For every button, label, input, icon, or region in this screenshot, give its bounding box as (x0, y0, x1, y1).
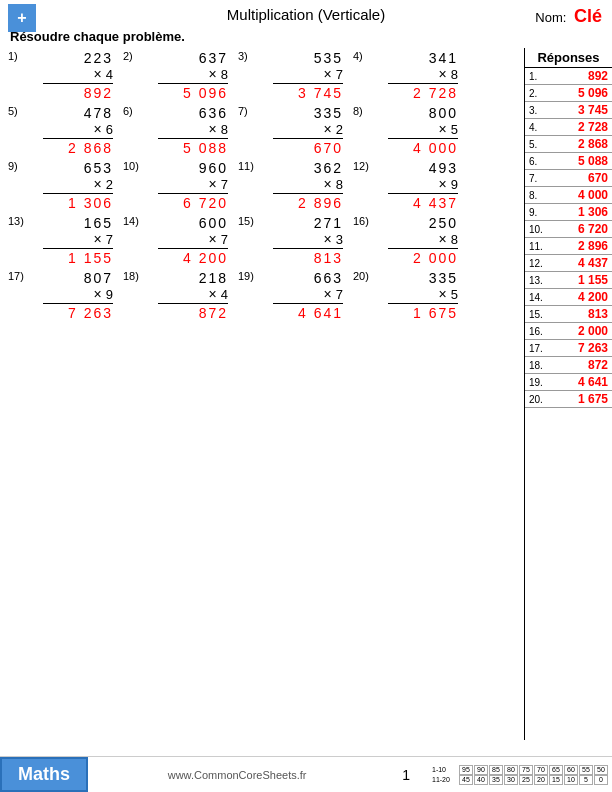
problem-answer: 2 896 (298, 195, 343, 211)
answer-value: 5 096 (578, 86, 608, 100)
answer-value: 4 200 (578, 290, 608, 304)
mult-sign: × (324, 286, 332, 302)
answer-value: 2 000 (578, 324, 608, 338)
mult-sign: × (324, 176, 332, 192)
problem-number: 6) (123, 105, 133, 117)
problem-item: 12)493×94 437 (353, 160, 468, 211)
answer-item: 17.7 263 (525, 340, 612, 357)
score-cell: 45 (459, 775, 473, 785)
mult-sign: × (94, 286, 102, 302)
problem-number: 14) (123, 215, 139, 227)
problem-multiplier: 3 (336, 232, 343, 247)
answer-item: 2.5 096 (525, 85, 612, 102)
problem-answer: 2 728 (413, 85, 458, 101)
problem-answer: 872 (199, 305, 228, 321)
problem-answer: 892 (84, 85, 113, 101)
answer-value: 4 437 (578, 256, 608, 270)
problem-item: 14)600×74 200 (123, 215, 238, 266)
problem-answer: 7 263 (68, 305, 113, 321)
problem-top: 250 (429, 215, 458, 231)
problem-top: 535 (314, 50, 343, 66)
problem-multiplier: 7 (106, 232, 113, 247)
main-content: 1)223×48922)637×85 0963)535×73 7454)341×… (0, 48, 612, 740)
problem-answer: 813 (314, 250, 343, 266)
problem-multiplier: 8 (451, 67, 458, 82)
problem-item: 2)637×85 096 (123, 50, 238, 101)
scoring-row: 1-1095908580757065605550 (430, 765, 608, 775)
mult-sign: × (439, 286, 447, 302)
footer: Maths www.CommonCoreSheets.fr 1 1-109590… (0, 756, 612, 792)
problem-mult-row: ×7 (238, 286, 343, 302)
answer-item: 5.2 868 (525, 136, 612, 153)
problem-top: 165 (84, 215, 113, 231)
answer-value: 2 896 (578, 239, 608, 253)
problem-row-4: 13)165×71 15514)600×74 20015)271×381316)… (8, 215, 520, 266)
answer-value: 7 263 (578, 341, 608, 355)
score-cell: 30 (504, 775, 518, 785)
problem-item: 10)960×76 720 (123, 160, 238, 211)
problem-item: 1)223×4892 (8, 50, 123, 101)
score-cell: 65 (549, 765, 563, 775)
answer-item: 16.2 000 (525, 323, 612, 340)
answer-num: 13. (529, 275, 545, 286)
problem-top: 636 (199, 105, 228, 121)
problem-mult-row: ×2 (8, 176, 113, 192)
problem-line (273, 193, 343, 194)
problem-answer: 6 720 (183, 195, 228, 211)
problem-line (158, 303, 228, 304)
answer-item: 18.872 (525, 357, 612, 374)
problem-multiplier: 8 (336, 177, 343, 192)
answer-value: 5 088 (578, 154, 608, 168)
problem-item: 7)335×2670 (238, 105, 353, 156)
mult-sign: × (324, 121, 332, 137)
problem-multiplier: 7 (221, 177, 228, 192)
nom-area: Nom: Clé (535, 6, 602, 27)
problem-mult-row: ×8 (353, 66, 458, 82)
answer-item: 10.6 720 (525, 221, 612, 238)
answer-item: 8.4 000 (525, 187, 612, 204)
answer-value: 1 675 (578, 392, 608, 406)
mult-sign: × (439, 66, 447, 82)
problem-mult-row: ×9 (353, 176, 458, 192)
answer-item: 1.892 (525, 68, 612, 85)
problem-multiplier: 6 (106, 122, 113, 137)
problem-mult-row: ×5 (353, 121, 458, 137)
problem-answer: 2 868 (68, 140, 113, 156)
problem-multiplier: 8 (221, 67, 228, 82)
answer-item: 20.1 675 (525, 391, 612, 408)
problem-number: 9) (8, 160, 18, 172)
problem-answer: 1 306 (68, 195, 113, 211)
answer-value: 3 745 (578, 103, 608, 117)
problem-row-2: 5)478×62 8686)636×85 0887)335×26708)800×… (8, 105, 520, 156)
mult-sign: × (439, 176, 447, 192)
score-cell: 20 (534, 775, 548, 785)
problem-mult-row: ×8 (238, 176, 343, 192)
mult-sign: × (209, 231, 217, 247)
answer-num: 20. (529, 394, 545, 405)
problem-multiplier: 7 (221, 232, 228, 247)
problem-top: 800 (429, 105, 458, 121)
answer-num: 4. (529, 122, 545, 133)
answer-item: 9.1 306 (525, 204, 612, 221)
problem-answer: 5 088 (183, 140, 228, 156)
logo-plus: + (17, 9, 26, 27)
answer-value: 4 000 (578, 188, 608, 202)
answers-title: Réponses (525, 48, 612, 68)
problem-item: 4)341×82 728 (353, 50, 468, 101)
problem-line (388, 303, 458, 304)
problem-number: 7) (238, 105, 248, 117)
answer-item: 14.4 200 (525, 289, 612, 306)
problem-line (388, 83, 458, 84)
problem-multiplier: 8 (221, 122, 228, 137)
problem-answer: 3 745 (298, 85, 343, 101)
answer-num: 10. (529, 224, 545, 235)
problem-top: 960 (199, 160, 228, 176)
problem-top: 478 (84, 105, 113, 121)
answer-item: 15.813 (525, 306, 612, 323)
answers-list: 1.8922.5 0963.3 7454.2 7285.2 8686.5 088… (525, 68, 612, 408)
answer-value: 892 (588, 69, 608, 83)
mult-sign: × (324, 66, 332, 82)
problem-number: 13) (8, 215, 24, 227)
footer-scoring: 1-109590858075706560555011-2045403530252… (426, 757, 612, 792)
problem-line (43, 248, 113, 249)
